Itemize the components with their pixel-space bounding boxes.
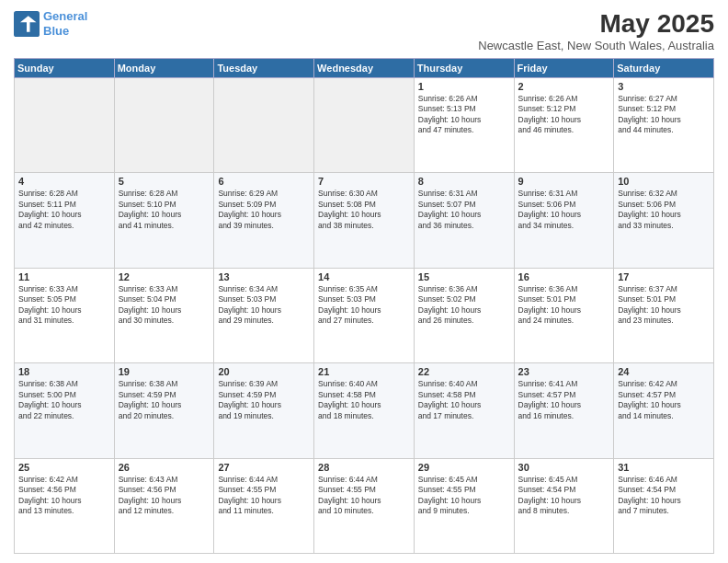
- day-number: 28: [318, 462, 410, 473]
- weekday-header-sunday: Sunday: [15, 59, 115, 78]
- cell-info: Sunrise: 6:42 AMSunset: 4:56 PMDaylight:…: [18, 475, 110, 517]
- day-number: 2: [518, 81, 610, 92]
- calendar-table: SundayMondayTuesdayWednesdayThursdayFrid…: [14, 58, 714, 554]
- cell-info: Sunrise: 6:37 AMSunset: 5:01 PMDaylight:…: [618, 284, 710, 327]
- cell-info: Sunrise: 6:38 AMSunset: 4:59 PMDaylight:…: [119, 379, 210, 421]
- day-number: 6: [218, 176, 310, 187]
- day-number: 31: [618, 462, 710, 473]
- calendar-cell: 27Sunrise: 6:44 AMSunset: 4:55 PMDayligh…: [214, 458, 314, 553]
- cell-info: Sunrise: 6:30 AMSunset: 5:08 PMDaylight:…: [318, 189, 410, 231]
- header: General Blue May 2025 Newcastle East, Ne…: [14, 9, 714, 52]
- cell-info: Sunrise: 6:34 AMSunset: 5:03 PMDaylight:…: [218, 284, 310, 327]
- logo-text: General Blue: [43, 9, 87, 38]
- calendar-cell: 21Sunrise: 6:40 AMSunset: 4:58 PMDayligh…: [314, 363, 415, 458]
- weekday-header-row: SundayMondayTuesdayWednesdayThursdayFrid…: [15, 59, 714, 78]
- calendar-cell: 2Sunrise: 6:26 AMSunset: 5:12 PMDaylight…: [514, 78, 614, 173]
- weekday-header-friday: Friday: [514, 59, 614, 78]
- calendar-week-row: 1Sunrise: 6:26 AMSunset: 5:13 PMDaylight…: [15, 78, 714, 173]
- calendar-cell: 17Sunrise: 6:37 AMSunset: 5:01 PMDayligh…: [614, 268, 714, 362]
- cell-info: Sunrise: 6:40 AMSunset: 4:58 PMDaylight:…: [318, 379, 410, 421]
- cell-info: Sunrise: 6:28 AMSunset: 5:10 PMDaylight:…: [119, 189, 210, 231]
- cell-info: Sunrise: 6:32 AMSunset: 5:06 PMDaylight:…: [618, 189, 710, 231]
- calendar-cell: [15, 78, 115, 173]
- day-number: 7: [318, 176, 410, 187]
- calendar-cell: 16Sunrise: 6:36 AMSunset: 5:01 PMDayligh…: [514, 268, 614, 362]
- day-number: 27: [218, 462, 310, 473]
- logo-line1: General: [43, 9, 87, 23]
- calendar-week-row: 11Sunrise: 6:33 AMSunset: 5:05 PMDayligh…: [15, 268, 714, 362]
- calendar-cell: 26Sunrise: 6:43 AMSunset: 4:56 PMDayligh…: [114, 458, 214, 553]
- logo-icon: [14, 11, 40, 37]
- calendar-cell: 8Sunrise: 6:31 AMSunset: 5:07 PMDaylight…: [414, 173, 514, 268]
- cell-info: Sunrise: 6:39 AMSunset: 4:59 PMDaylight:…: [218, 379, 310, 421]
- day-number: 18: [18, 366, 110, 377]
- calendar-cell: 29Sunrise: 6:45 AMSunset: 4:55 PMDayligh…: [414, 458, 514, 553]
- calendar-cell: 4Sunrise: 6:28 AMSunset: 5:11 PMDaylight…: [15, 173, 115, 268]
- day-number: 10: [618, 176, 710, 187]
- cell-info: Sunrise: 6:33 AMSunset: 5:05 PMDaylight:…: [18, 284, 110, 327]
- cell-info: Sunrise: 6:28 AMSunset: 5:11 PMDaylight:…: [18, 189, 110, 231]
- cell-info: Sunrise: 6:35 AMSunset: 5:03 PMDaylight:…: [318, 284, 410, 327]
- calendar-week-row: 18Sunrise: 6:38 AMSunset: 5:00 PMDayligh…: [15, 363, 714, 458]
- calendar-cell: 22Sunrise: 6:40 AMSunset: 4:58 PMDayligh…: [414, 363, 514, 458]
- cell-info: Sunrise: 6:36 AMSunset: 5:02 PMDaylight:…: [418, 284, 510, 327]
- calendar-cell: 23Sunrise: 6:41 AMSunset: 4:57 PMDayligh…: [514, 363, 614, 458]
- day-number: 17: [618, 271, 710, 282]
- location: Newcastle East, New South Wales, Austral…: [478, 39, 714, 52]
- day-number: 5: [119, 176, 210, 187]
- cell-info: Sunrise: 6:26 AMSunset: 5:13 PMDaylight:…: [418, 94, 510, 136]
- month-title: May 2025: [478, 9, 714, 39]
- cell-info: Sunrise: 6:45 AMSunset: 4:55 PMDaylight:…: [418, 475, 510, 517]
- calendar-cell: 30Sunrise: 6:45 AMSunset: 4:54 PMDayligh…: [514, 458, 614, 553]
- calendar-cell: 14Sunrise: 6:35 AMSunset: 5:03 PMDayligh…: [314, 268, 415, 362]
- day-number: 9: [518, 176, 610, 187]
- cell-info: Sunrise: 6:42 AMSunset: 4:57 PMDaylight:…: [618, 379, 710, 421]
- calendar-cell: 3Sunrise: 6:27 AMSunset: 5:12 PMDaylight…: [614, 78, 714, 173]
- calendar-week-row: 25Sunrise: 6:42 AMSunset: 4:56 PMDayligh…: [15, 458, 714, 553]
- calendar-cell: 10Sunrise: 6:32 AMSunset: 5:06 PMDayligh…: [614, 173, 714, 268]
- day-number: 22: [418, 366, 510, 377]
- calendar-cell: 28Sunrise: 6:44 AMSunset: 4:55 PMDayligh…: [314, 458, 415, 553]
- cell-info: Sunrise: 6:31 AMSunset: 5:06 PMDaylight:…: [518, 189, 610, 231]
- cell-info: Sunrise: 6:38 AMSunset: 5:00 PMDaylight:…: [18, 379, 110, 421]
- calendar-cell: 5Sunrise: 6:28 AMSunset: 5:10 PMDaylight…: [114, 173, 214, 268]
- calendar-cell: 1Sunrise: 6:26 AMSunset: 5:13 PMDaylight…: [414, 78, 514, 173]
- cell-info: Sunrise: 6:27 AMSunset: 5:12 PMDaylight:…: [618, 94, 710, 136]
- calendar-cell: 7Sunrise: 6:30 AMSunset: 5:08 PMDaylight…: [314, 173, 415, 268]
- cell-info: Sunrise: 6:41 AMSunset: 4:57 PMDaylight:…: [518, 379, 610, 421]
- calendar-week-row: 4Sunrise: 6:28 AMSunset: 5:11 PMDaylight…: [15, 173, 714, 268]
- day-number: 1: [418, 81, 510, 92]
- cell-info: Sunrise: 6:40 AMSunset: 4:58 PMDaylight:…: [418, 379, 510, 421]
- calendar-cell: 15Sunrise: 6:36 AMSunset: 5:02 PMDayligh…: [414, 268, 514, 362]
- calendar-cell: 20Sunrise: 6:39 AMSunset: 4:59 PMDayligh…: [214, 363, 314, 458]
- calendar-cell: 24Sunrise: 6:42 AMSunset: 4:57 PMDayligh…: [614, 363, 714, 458]
- weekday-header-tuesday: Tuesday: [214, 59, 314, 78]
- logo-line2: Blue: [43, 24, 69, 38]
- cell-info: Sunrise: 6:44 AMSunset: 4:55 PMDaylight:…: [318, 475, 410, 517]
- calendar-cell: 11Sunrise: 6:33 AMSunset: 5:05 PMDayligh…: [15, 268, 115, 362]
- day-number: 15: [418, 271, 510, 282]
- day-number: 21: [318, 366, 410, 377]
- calendar-cell: [314, 78, 415, 173]
- calendar-cell: 12Sunrise: 6:33 AMSunset: 5:04 PMDayligh…: [114, 268, 214, 362]
- day-number: 12: [119, 271, 210, 282]
- day-number: 25: [18, 462, 110, 473]
- weekday-header-saturday: Saturday: [614, 59, 714, 78]
- day-number: 30: [518, 462, 610, 473]
- weekday-header-thursday: Thursday: [414, 59, 514, 78]
- calendar-cell: 6Sunrise: 6:29 AMSunset: 5:09 PMDaylight…: [214, 173, 314, 268]
- logo: General Blue: [14, 9, 87, 38]
- day-number: 11: [18, 271, 110, 282]
- day-number: 19: [119, 366, 210, 377]
- cell-info: Sunrise: 6:36 AMSunset: 5:01 PMDaylight:…: [518, 284, 610, 327]
- weekday-header-monday: Monday: [114, 59, 214, 78]
- calendar-cell: 18Sunrise: 6:38 AMSunset: 5:00 PMDayligh…: [15, 363, 115, 458]
- day-number: 8: [418, 176, 510, 187]
- day-number: 16: [518, 271, 610, 282]
- day-number: 23: [518, 366, 610, 377]
- calendar-cell: [214, 78, 314, 173]
- day-number: 29: [418, 462, 510, 473]
- cell-info: Sunrise: 6:29 AMSunset: 5:09 PMDaylight:…: [218, 189, 310, 231]
- calendar-cell: 9Sunrise: 6:31 AMSunset: 5:06 PMDaylight…: [514, 173, 614, 268]
- weekday-header-wednesday: Wednesday: [314, 59, 415, 78]
